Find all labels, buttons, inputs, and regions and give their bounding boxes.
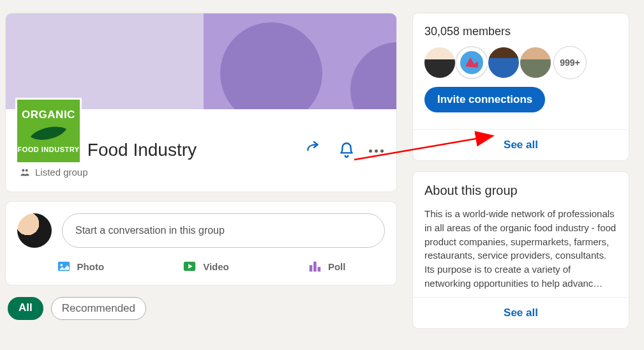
share-icon: [305, 141, 322, 158]
post-placeholder: Start a conversation in this group: [75, 225, 225, 236]
member-avatar[interactable]: [423, 46, 456, 79]
members-card: 30,058 members 999+ Invite connections S…: [412, 13, 629, 161]
more-button[interactable]: [369, 147, 384, 153]
member-count-more[interactable]: 999+: [553, 46, 587, 79]
globe-icon: [459, 50, 484, 75]
poll-label: Poll: [328, 261, 346, 272]
photo-label: Photo: [77, 261, 105, 272]
feed-tabs: All Recommended: [5, 297, 397, 320]
video-label: Video: [203, 261, 229, 272]
svg-point-3: [60, 264, 63, 266]
about-card: About this group This is a world-wide ne…: [412, 171, 629, 329]
poll-icon: [308, 259, 322, 273]
members-count: 30,058 members: [424, 25, 617, 38]
invite-connections-button[interactable]: Invite connections: [424, 87, 545, 112]
member-avatar[interactable]: [487, 46, 520, 79]
tab-all[interactable]: All: [8, 297, 43, 320]
svg-point-1: [26, 169, 28, 171]
about-body: This is a world-wide network of professi…: [424, 207, 617, 291]
logo-text-top: ORGANIC: [22, 109, 75, 121]
group-cover: [6, 13, 396, 109]
bell-icon: [338, 141, 355, 158]
member-avatar[interactable]: [455, 46, 488, 79]
post-photo-button[interactable]: Photo: [57, 259, 105, 273]
tab-recommended[interactable]: Recommended: [51, 297, 146, 320]
post-poll-button[interactable]: Poll: [308, 259, 346, 273]
people-icon: [20, 167, 30, 178]
about-title: About this group: [424, 183, 617, 198]
group-header-card: ORGANIC FOOD INDUSTRY: [5, 13, 397, 192]
svg-rect-5: [310, 265, 313, 271]
svg-point-0: [22, 169, 24, 171]
start-post-input[interactable]: Start a conversation in this group: [62, 213, 385, 248]
svg-rect-6: [313, 262, 317, 272]
group-logo: ORGANIC FOOD INDUSTRY: [15, 98, 82, 164]
about-see-all[interactable]: See all: [413, 297, 629, 328]
start-post-card: Start a conversation in this group Photo: [5, 201, 397, 285]
listed-group-label: Listed group: [6, 163, 396, 192]
notifications-button[interactable]: [336, 139, 357, 160]
user-avatar[interactable]: [17, 213, 52, 248]
leaf-icon: [29, 125, 68, 142]
svg-rect-7: [317, 267, 320, 271]
members-see-all[interactable]: See all: [413, 129, 629, 160]
member-avatar[interactable]: [519, 46, 552, 79]
logo-text-bottom: FOOD INDUSTRY: [17, 146, 79, 153]
photo-icon: [57, 259, 71, 273]
member-avatars[interactable]: 999+: [424, 46, 617, 79]
video-icon: [183, 259, 197, 273]
post-video-button[interactable]: Video: [183, 259, 229, 273]
share-button[interactable]: [303, 139, 324, 160]
listed-text: Listed group: [35, 167, 88, 178]
